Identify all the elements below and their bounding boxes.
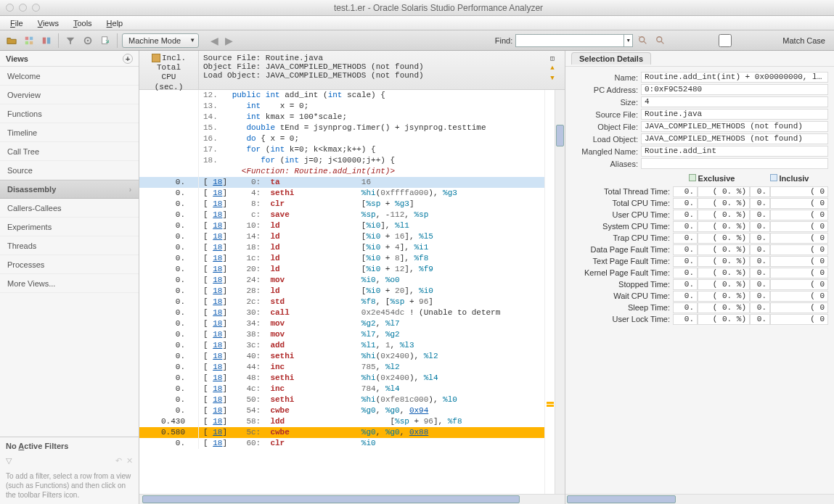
sidebar-item-source[interactable]: Source xyxy=(0,161,139,180)
details-scrollbar[interactable] xyxy=(565,494,834,504)
code-row[interactable]: 0.[ 18] 50: sethi %hi(0xfe81c000), %l0 xyxy=(139,394,544,405)
svg-rect-5 xyxy=(47,37,50,44)
menu-help[interactable]: Help xyxy=(101,17,129,29)
detail-value[interactable]: Routine.add_int(int) + 0x00000000, line xyxy=(641,72,828,83)
detail-row: PC Address:0:0xF9C52480 xyxy=(571,83,828,96)
code-row[interactable]: 0.[ 18] 24: mov %i0, %o0 xyxy=(139,275,544,286)
overview-strip[interactable] xyxy=(544,90,555,494)
metric-column-header[interactable]: Incl. Total CPU (sec.) xyxy=(139,51,199,89)
code-row[interactable]: 0.[ 18] c: save %sp, -112, %sp xyxy=(139,210,544,220)
code-row[interactable]: <Function: Routine.add_int(int)> xyxy=(139,166,544,177)
code-row[interactable]: 0.[ 18] 30: call 0x2e454dc ! (Unable to … xyxy=(139,307,544,318)
forward-button[interactable]: ▶ xyxy=(222,34,235,47)
settings-icon[interactable] xyxy=(81,33,95,48)
code-row[interactable]: 12. public int add_int (int scale) { xyxy=(139,90,544,101)
find-prev-icon[interactable] xyxy=(636,33,650,48)
filter-clear-icon[interactable]: ✕ xyxy=(126,456,133,466)
details-tab[interactable]: Selection Details xyxy=(571,52,651,65)
sidebar-item-callers-callees[interactable]: Callers-Callees xyxy=(0,199,139,218)
sidebar-item-functions[interactable]: Functions xyxy=(0,104,139,123)
code-row[interactable]: 17. for (int k=0; k<kmax;k++) { xyxy=(139,144,544,155)
code-area[interactable]: 12. public int add_int (int scale) {13. … xyxy=(139,90,544,494)
up-arrow-icon[interactable]: ▲ xyxy=(547,64,557,73)
code-row[interactable]: 0.[ 18] 14: ld [%i0 + 16], %l5 xyxy=(139,231,544,242)
code-row[interactable]: 0.[ 18] 4c: inc 784, %l4 xyxy=(139,384,544,394)
min-dot[interactable] xyxy=(19,4,27,12)
detail-value[interactable] xyxy=(641,158,828,169)
sidebar-item-processes[interactable]: Processes xyxy=(0,255,139,274)
metric-row: System CPU Time:0.( 0. %)0.( 0 xyxy=(571,220,828,232)
add-view-button[interactable]: + xyxy=(123,54,133,64)
mode-combo[interactable]: Machine Mode ▼ xyxy=(122,33,199,48)
sidebar-item-more-views-[interactable]: More Views... xyxy=(0,274,139,293)
find-input[interactable] xyxy=(515,34,624,47)
sidebar-item-threads[interactable]: Threads xyxy=(0,236,139,255)
code-row[interactable]: 14. int kmax = 100*scale; xyxy=(139,112,544,123)
code-row[interactable]: 0.[ 18] 3c: add %l1, 1, %l3 xyxy=(139,340,544,351)
sidebar-item-experiments[interactable]: Experiments xyxy=(0,218,139,236)
filter-icon[interactable] xyxy=(63,33,78,48)
code-row[interactable]: 0.[ 18] 54: cwbe %g0, %g0, 0x94 xyxy=(139,405,544,416)
code-row[interactable]: 0.430[ 18] 58: ldd [%sp + 96], %f8 xyxy=(139,416,544,427)
filter-undo-icon[interactable]: ↶ xyxy=(115,456,122,466)
find-box: Find: ▼ Match Case xyxy=(495,33,830,48)
menu-views[interactable]: Views xyxy=(32,17,65,29)
code-row[interactable]: 16. do { x = 0; xyxy=(139,133,544,144)
zoom-dot[interactable] xyxy=(32,4,40,12)
find-next-icon[interactable] xyxy=(653,33,668,48)
code-row[interactable]: 0.[ 18] 0: ta 16 xyxy=(139,177,544,188)
code-row[interactable]: 18. for (int j=0; j<10000;j++) { xyxy=(139,155,544,166)
code-row[interactable]: 0.[ 18] 48: sethi %hi(0x2400), %l4 xyxy=(139,373,544,384)
export-icon[interactable] xyxy=(98,33,113,48)
code-row[interactable]: 0.[ 18] 1c: ld [%i0 + 8], %f8 xyxy=(139,253,544,264)
filter-funnel-icon[interactable]: ▽ xyxy=(6,456,12,466)
horizontal-scrollbar[interactable] xyxy=(139,494,565,504)
vertical-scrollbar[interactable] xyxy=(555,90,565,494)
filters-header: No Active Filters xyxy=(0,437,139,455)
down-arrow-icon[interactable]: ▼ xyxy=(547,74,557,83)
code-row[interactable]: 0.[ 18] 20: ld [%i0 + 12], %f9 xyxy=(139,264,544,275)
code-row[interactable]: 13. int x = 0; xyxy=(139,101,544,112)
open-icon[interactable] xyxy=(4,33,19,48)
sidebar-item-disassembly[interactable]: Disassembly› xyxy=(0,180,139,199)
detail-value[interactable]: Routine.java xyxy=(641,109,828,120)
aggregate-icon[interactable] xyxy=(22,33,36,48)
detail-value[interactable]: JAVA_COMPILED_METHODS (not found) xyxy=(641,121,828,132)
detail-value[interactable]: 0:0xF9C52480 xyxy=(641,84,828,95)
detail-value[interactable]: 4 xyxy=(641,96,828,107)
code-row[interactable]: 0.[ 18] 10: ld [%i0], %l1 xyxy=(139,220,544,231)
code-row[interactable]: 15. double tEnd = jsynprog.Timer() + jsy… xyxy=(139,123,544,133)
find-history-dropdown[interactable]: ▼ xyxy=(624,34,633,47)
sidebar-item-overview[interactable]: Overview xyxy=(0,86,139,104)
sidebar-item-welcome[interactable]: Welcome xyxy=(0,67,139,86)
menu-tools[interactable]: Tools xyxy=(68,17,98,29)
menu-file[interactable]: File xyxy=(4,17,29,29)
adjust-icon[interactable]: ◫ xyxy=(547,54,557,62)
code-row[interactable]: 0.[ 18] 34: mov %g2, %l7 xyxy=(139,318,544,329)
sidebar-item-timeline[interactable]: Timeline xyxy=(0,123,139,142)
compare-icon[interactable] xyxy=(39,33,54,48)
code-row[interactable]: 0.[ 18] 28: ld [%i0 + 20], %i0 xyxy=(139,286,544,297)
svg-point-10 xyxy=(657,36,662,41)
code-row[interactable]: 0.[ 18] 18: ld [%i0 + 4], %i1 xyxy=(139,242,544,253)
code-row[interactable]: 0.[ 18] 8: clr [%sp + %g3] xyxy=(139,199,544,210)
metric-row: Data Page Fault Time:0.( 0. %)0.( 0 xyxy=(571,244,828,255)
detail-row: Name:Routine.add_int(int) + 0x00000000, … xyxy=(571,71,828,83)
svg-point-9 xyxy=(639,36,645,41)
code-row[interactable]: 0.[ 18] 2c: std %f8, [%sp + 96] xyxy=(139,297,544,307)
code-row[interactable]: 0.580[ 18] 5c: cwbe %g0, %g0, 0x88 xyxy=(139,427,544,438)
sidebar-item-call-tree[interactable]: Call Tree xyxy=(0,142,139,161)
code-row[interactable]: 0.[ 18] 60: clr %i0 xyxy=(139,438,544,449)
detail-value[interactable]: Routine.add_int xyxy=(641,146,828,157)
close-dot[interactable] xyxy=(6,4,14,12)
svg-rect-4 xyxy=(43,37,46,44)
code-row[interactable]: 0.[ 18] 40: sethi %hi(0x2400), %l2 xyxy=(139,351,544,362)
window-controls xyxy=(6,4,40,12)
code-row[interactable]: 0.[ 18] 44: inc 785, %l2 xyxy=(139,362,544,373)
code-row[interactable]: 0.[ 18] 38: mov %l7, %g2 xyxy=(139,329,544,340)
match-case-checkbox[interactable] xyxy=(671,34,780,47)
back-button[interactable]: ◀ xyxy=(208,34,221,47)
code-row[interactable]: 0.[ 18] 4: sethi %hi(0xffffa000), %g3 xyxy=(139,188,544,199)
detail-value[interactable]: JAVA_COMPILED_METHODS (not found) xyxy=(641,133,828,144)
detail-row: Size:4 xyxy=(571,96,828,108)
